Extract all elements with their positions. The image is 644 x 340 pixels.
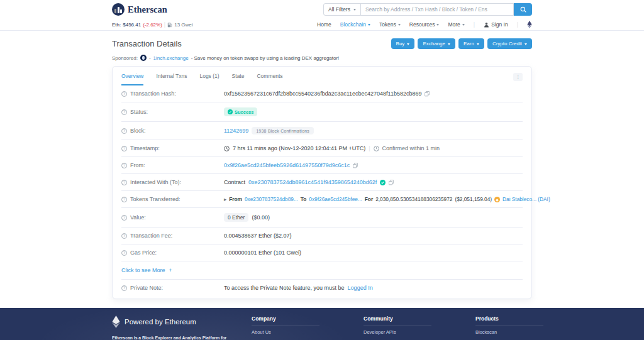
sign-in-button[interactable]: Sign In bbox=[484, 21, 508, 28]
contract-prefix: Contract bbox=[224, 179, 245, 185]
copy-icon bbox=[389, 180, 394, 185]
search-bar: All Filters bbox=[323, 3, 532, 16]
chevron-down-icon bbox=[462, 24, 465, 26]
nav-item-blockchain[interactable]: Blockchain bbox=[340, 21, 370, 28]
help-icon[interactable]: ? bbox=[121, 146, 127, 151]
footer-link-developer-apis[interactable]: Developer APIs bbox=[364, 329, 475, 335]
timestamp-value: 7 hrs 11 mins ago (Nov-12-2020 12:04:41 … bbox=[233, 145, 365, 151]
network-switcher-button[interactable] bbox=[527, 21, 532, 28]
copy-icon bbox=[353, 163, 358, 168]
kebab-icon: ⋮ bbox=[516, 74, 521, 80]
value-usd: ($0.00) bbox=[252, 214, 270, 221]
interacted-with-label: Interacted With (To): bbox=[130, 179, 181, 185]
separator: | bbox=[369, 145, 370, 151]
help-icon[interactable]: ? bbox=[121, 197, 127, 202]
ethereum-icon bbox=[527, 21, 532, 28]
footer-column-products: Products Blockscan bbox=[475, 315, 587, 340]
tx-hash-value: 0xf15623567231c67df2b8bcc5540236fbda2c3a… bbox=[224, 90, 421, 97]
help-icon[interactable]: ? bbox=[121, 128, 127, 134]
top-header: Etherscan All Filters bbox=[0, 0, 644, 19]
eth-label: Eth: bbox=[112, 22, 121, 28]
bullet-icon: ▸ bbox=[224, 196, 226, 202]
token-for-label: For bbox=[365, 196, 373, 202]
copy-button[interactable] bbox=[425, 91, 430, 97]
row-status: ? Status: Success bbox=[121, 102, 523, 122]
token-to-address[interactable]: 0x9f26ae5cd245bfee... bbox=[309, 196, 362, 202]
sponsored-dash: - bbox=[149, 55, 151, 61]
search-filter-dropdown[interactable]: All Filters bbox=[323, 3, 360, 16]
token-amount: 2,030,850.530534188306235972 bbox=[375, 196, 452, 202]
help-icon[interactable]: ? bbox=[121, 91, 127, 97]
help-icon[interactable]: ? bbox=[121, 233, 127, 239]
nav-item-home[interactable]: Home bbox=[317, 21, 331, 28]
eth-price: $456.41 bbox=[123, 22, 141, 28]
buy-button[interactable]: Buy bbox=[391, 38, 415, 49]
token-from-label: From bbox=[229, 196, 242, 202]
footer-link-blockscan[interactable]: Blockscan bbox=[475, 329, 587, 335]
logged-in-link[interactable]: Logged In bbox=[348, 285, 373, 291]
footer-link-about-us[interactable]: About Us bbox=[252, 329, 364, 335]
clock-icon bbox=[224, 146, 230, 151]
status-badge: Success bbox=[224, 107, 257, 116]
see-more-link[interactable]: Click to see More+ bbox=[121, 267, 172, 273]
help-icon[interactable]: ? bbox=[121, 180, 127, 185]
chevron-down-icon bbox=[448, 43, 450, 45]
divider bbox=[475, 326, 543, 326]
gas-price-gwei[interactable]: 13 Gwei bbox=[174, 22, 192, 28]
etherscan-logo-icon bbox=[112, 3, 125, 16]
confirmations-badge: 1938 Block Confirmations bbox=[252, 127, 314, 134]
transaction-fee-label: Transaction Fee: bbox=[130, 233, 172, 239]
help-icon[interactable]: ? bbox=[121, 285, 127, 291]
search-button[interactable] bbox=[514, 3, 532, 16]
from-address-link[interactable]: 0x9f26ae5cd245bfeeb5926d61497550f79d9c6c… bbox=[224, 162, 350, 168]
to-contract-link[interactable]: 0xe2307837524db8961c4541f943598654240bd6… bbox=[248, 179, 377, 185]
search-input[interactable] bbox=[360, 3, 514, 16]
tab-comments[interactable]: Comments bbox=[257, 73, 282, 85]
powered-by-ethereum: Powered by Ethereum bbox=[112, 315, 252, 328]
ethereum-icon bbox=[112, 315, 120, 328]
tab-state[interactable]: State bbox=[232, 73, 245, 85]
copy-button[interactable] bbox=[389, 180, 394, 185]
gas-pump-icon bbox=[167, 22, 172, 28]
nav-item-more[interactable]: More bbox=[448, 21, 464, 28]
sponsored-banner: Sponsored: - 1inch.exchange - Save money… bbox=[112, 55, 532, 61]
token-from-address[interactable]: 0xe2307837524db89... bbox=[245, 196, 298, 202]
nav-item-tokens[interactable]: Tokens bbox=[379, 21, 401, 28]
help-icon[interactable]: ? bbox=[121, 250, 127, 256]
chevron-down-icon bbox=[353, 9, 356, 11]
confirmed-within: Confirmed within 1 min bbox=[382, 145, 440, 151]
help-icon[interactable]: ? bbox=[121, 163, 127, 168]
help-icon[interactable]: ? bbox=[121, 215, 127, 221]
value-label: Value: bbox=[130, 214, 146, 221]
chevron-down-icon bbox=[407, 43, 409, 45]
etherscan-logo[interactable]: Etherscan bbox=[112, 3, 167, 16]
copy-button[interactable] bbox=[353, 163, 358, 168]
divider bbox=[252, 326, 319, 326]
help-icon[interactable]: ? bbox=[121, 109, 127, 115]
check-circle-icon bbox=[228, 109, 233, 114]
footer-description: Etherscan is a Block Explorer and Analyt… bbox=[112, 336, 252, 340]
block-label: Block: bbox=[130, 128, 146, 134]
footer-column-company: Company About Us bbox=[252, 315, 364, 340]
row-value: ? Value: 0 Ether ($0.00) bbox=[121, 208, 523, 228]
more-options-button[interactable]: ⋮ bbox=[513, 73, 523, 81]
row-block: ? Block: 11242699 1938 Block Confirmatio… bbox=[121, 122, 523, 140]
exchange-button[interactable]: Exchange bbox=[418, 38, 455, 49]
row-gas-price: ? Gas Price: 0.000000101 Ether (101 Gwei… bbox=[121, 244, 523, 261]
tab-overview[interactable]: Overview bbox=[121, 73, 143, 85]
tab-logs[interactable]: Logs (1) bbox=[199, 73, 219, 85]
block-number-link[interactable]: 11242699 bbox=[224, 128, 248, 134]
token-name-link[interactable]: Dai Stableco... (DAI) bbox=[502, 196, 550, 202]
divider bbox=[364, 326, 431, 326]
tab-internal-txns[interactable]: Internal Txns bbox=[156, 73, 187, 85]
crypto-credit-button[interactable]: Crypto Credit bbox=[487, 38, 532, 49]
nav-item-resources[interactable]: Resources bbox=[409, 21, 440, 28]
value-badge: 0 Ether bbox=[224, 213, 248, 222]
sponsored-link[interactable]: 1inch.exchange bbox=[153, 55, 189, 61]
gas-price-value: 0.000000101 Ether (101 Gwei) bbox=[224, 250, 301, 256]
see-more-row: Click to see More+ bbox=[121, 261, 523, 280]
eth-price-change: (-2.62%) bbox=[143, 22, 162, 28]
verified-check-icon bbox=[380, 180, 386, 185]
earn-button[interactable]: Earn bbox=[458, 38, 484, 49]
chevron-down-icon bbox=[525, 43, 527, 45]
